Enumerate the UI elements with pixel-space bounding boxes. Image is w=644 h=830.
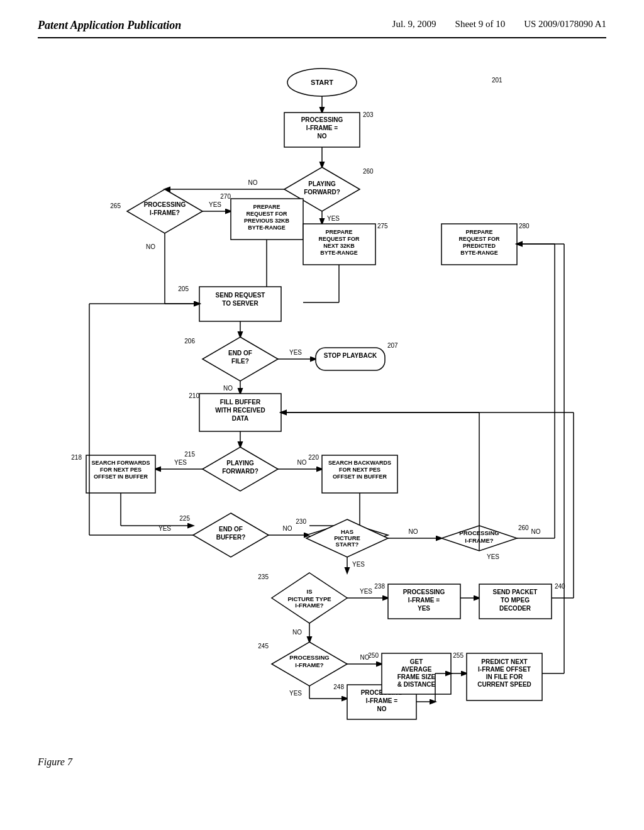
svg-text:FILE?: FILE? [231, 358, 249, 365]
svg-text:NO: NO [283, 525, 292, 532]
svg-text:PROCESSING: PROCESSING [289, 654, 329, 661]
svg-text:PROCESSING: PROCESSING [144, 201, 186, 208]
svg-text:YES: YES [487, 553, 499, 560]
svg-text:PREVIOUS 32KB: PREVIOUS 32KB [244, 218, 290, 224]
svg-text:FRAME SIZE: FRAME SIZE [397, 673, 436, 680]
svg-text:NO: NO [146, 243, 155, 250]
svg-text:TO SERVER: TO SERVER [222, 300, 258, 307]
svg-text:TO MPEG: TO MPEG [501, 597, 530, 604]
svg-text:FOR NEXT PES: FOR NEXT PES [339, 467, 380, 473]
svg-text:PLAYING: PLAYING [308, 180, 336, 187]
svg-text:270: 270 [220, 193, 231, 200]
svg-text:FORWARD?: FORWARD? [304, 189, 340, 196]
svg-text:I-FRAME?: I-FRAME? [295, 602, 324, 609]
svg-text:207: 207 [387, 342, 398, 349]
svg-text:NO: NO [292, 629, 302, 636]
svg-text:225: 225 [179, 515, 190, 522]
svg-text:YES: YES [352, 561, 365, 568]
svg-rect-61 [316, 348, 385, 370]
svg-text:START?: START? [336, 541, 359, 548]
svg-text:PREDICT NEXT: PREDICT NEXT [481, 658, 527, 665]
svg-text:REQUEST FOR: REQUEST FOR [458, 236, 500, 242]
svg-text:& DISTANCE: & DISTANCE [397, 681, 436, 688]
svg-text:265: 265 [110, 202, 121, 209]
svg-text:YES: YES [158, 525, 171, 532]
svg-text:YES: YES [174, 459, 187, 466]
svg-text:NO: NO [297, 459, 307, 466]
svg-text:IN FILE FOR: IN FILE FOR [486, 673, 523, 680]
svg-text:235: 235 [258, 573, 269, 580]
sheet-info: Sheet 9 of 10 [455, 19, 506, 30]
svg-text:NEXT 32KB: NEXT 32KB [323, 243, 355, 249]
publication-title: Patent Application Publication [38, 19, 181, 32]
svg-text:PLAYING: PLAYING [226, 460, 254, 467]
svg-text:FILL BUFFER: FILL BUFFER [220, 399, 261, 406]
svg-text:IS: IS [307, 588, 313, 595]
svg-text:YES: YES [289, 690, 302, 697]
svg-text:250: 250 [368, 652, 379, 659]
svg-text:YES: YES [327, 215, 340, 222]
svg-text:I-FRAME =: I-FRAME = [306, 124, 338, 131]
svg-text:248: 248 [333, 683, 344, 690]
svg-text:260: 260 [363, 168, 374, 175]
svg-text:230: 230 [296, 518, 306, 525]
svg-text:I-FRAME?: I-FRAME? [295, 661, 324, 668]
svg-text:255: 255 [453, 652, 464, 659]
svg-text:I-FRAME =: I-FRAME = [408, 597, 440, 604]
svg-text:260: 260 [518, 524, 529, 531]
svg-text:END OF: END OF [219, 526, 243, 533]
svg-text:FOR NEXT PES: FOR NEXT PES [100, 467, 142, 473]
svg-text:NO: NO [409, 528, 418, 535]
svg-text:NO: NO [223, 385, 233, 392]
patent-number: US 2009/0178090 A1 [524, 19, 606, 30]
svg-text:NO: NO [248, 179, 258, 186]
svg-text:WITH RECEIVED: WITH RECEIVED [215, 407, 265, 414]
svg-text:206: 206 [184, 338, 195, 345]
svg-text:280: 280 [519, 223, 530, 230]
svg-text:I-FRAME OFFSET: I-FRAME OFFSET [478, 666, 531, 673]
svg-text:DATA: DATA [232, 415, 248, 422]
svg-text:OFFSET IN BUFFER: OFFSET IN BUFFER [333, 473, 387, 480]
svg-text:245: 245 [258, 643, 269, 650]
svg-text:I-FRAME =: I-FRAME = [366, 697, 397, 704]
svg-text:NO: NO [377, 706, 387, 712]
svg-text:205: 205 [178, 285, 189, 292]
svg-text:GET: GET [410, 658, 423, 665]
svg-text:REQUEST FOR: REQUEST FOR [318, 236, 360, 242]
svg-text:215: 215 [184, 451, 195, 458]
svg-text:BYTE-RANGE: BYTE-RANGE [248, 224, 286, 231]
svg-text:PREPARE: PREPARE [326, 229, 353, 235]
page-header: Patent Application Publication Jul. 9, 2… [38, 19, 606, 38]
svg-text:BUFFER?: BUFFER? [216, 534, 246, 541]
diagram-container: START 201 PROCESSING I-FRAME = NO 203 PL… [38, 51, 606, 774]
svg-text:START: START [311, 79, 333, 86]
svg-text:220: 220 [308, 454, 319, 461]
svg-text:210: 210 [189, 392, 199, 399]
header-meta: Jul. 9, 2009 Sheet 9 of 10 US 2009/01780… [392, 19, 606, 30]
svg-text:OFFSET IN BUFFER: OFFSET IN BUFFER [94, 473, 148, 480]
svg-text:YES: YES [289, 349, 302, 356]
svg-text:STOP PLAYBACK: STOP PLAYBACK [324, 352, 377, 359]
svg-text:NO: NO [531, 528, 541, 535]
svg-text:SEARCH FORWARDS: SEARCH FORWARDS [92, 460, 150, 466]
svg-text:PROCESSING: PROCESSING [403, 589, 445, 595]
svg-text:YES: YES [418, 605, 430, 612]
svg-text:201: 201 [492, 77, 502, 84]
svg-text:203: 203 [363, 111, 374, 118]
svg-text:238: 238 [374, 583, 385, 590]
svg-text:SEND REQUEST: SEND REQUEST [216, 292, 265, 299]
svg-text:AVERAGE: AVERAGE [401, 666, 432, 673]
svg-text:NO: NO [318, 133, 327, 140]
svg-text:PROCESSING: PROCESSING [301, 116, 343, 123]
svg-text:218: 218 [71, 454, 82, 461]
svg-text:BYTE-RANGE: BYTE-RANGE [460, 250, 498, 256]
svg-text:SEARCH BACKWARDS: SEARCH BACKWARDS [328, 460, 391, 466]
svg-text:BYTE-RANGE: BYTE-RANGE [320, 250, 358, 256]
publication-date: Jul. 9, 2009 [392, 19, 436, 30]
svg-text:SEND PACKET: SEND PACKET [493, 589, 538, 595]
svg-text:CURRENT SPEED: CURRENT SPEED [477, 681, 531, 688]
figure-label: Figure 7 [38, 756, 72, 768]
svg-text:PREDICTED: PREDICTED [463, 243, 496, 249]
svg-text:YES: YES [360, 588, 372, 595]
svg-text:YES: YES [209, 201, 221, 208]
